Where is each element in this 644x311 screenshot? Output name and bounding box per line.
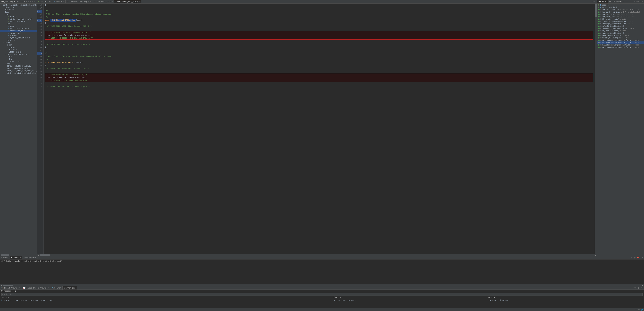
tab-close-hal_tim[interactable]: ✕ bbox=[139, 1, 140, 3]
tree-item-stm32f4xx_it_h[interactable]: h stm32f4xx_it.h bbox=[0, 20, 37, 23]
tree-item-debug[interactable]: ▾ Debug bbox=[0, 63, 37, 65]
tab-msp[interactable]: c stm32f4xx_hal_msp.c ✕ bbox=[66, 0, 92, 3]
tree-item-deb_file[interactable]: tim5_ch1_tim2_ch2_tim3_ch1_ch2_test Deb bbox=[0, 72, 37, 74]
outline-item-11[interactable]: SVC_Handler(void) : void bbox=[597, 30, 644, 32]
tree-item-inc[interactable]: ▾ Inc bbox=[0, 13, 37, 16]
scroll-end-icon[interactable]: ⤵ bbox=[634, 257, 635, 259]
tree-item-root[interactable]: ▾ tim5_ch1_tim2_ch2_tim3_ch1_ch2_test bbox=[0, 4, 37, 6]
tree-item-stm32f4xx_hal[interactable]: ▾ STM32F4xx_HAL_Driver bbox=[0, 53, 37, 56]
settings-icon[interactable]: ⚙ bbox=[638, 1, 639, 3]
tab-close-stdint[interactable]: ✕ bbox=[50, 1, 51, 3]
code-editor[interactable]: 216217218=219220221=22222322422522622722… bbox=[37, 4, 597, 256]
tree-item-hal_src[interactable]: ▸ Src bbox=[0, 58, 37, 60]
close-icon[interactable]: ✕ bbox=[34, 1, 36, 3]
scrollbar-h-thumb[interactable] bbox=[40, 254, 50, 256]
tab-search[interactable]: 🔍 Search bbox=[50, 286, 62, 289]
tree-item-license_txt[interactable]: LICENSE.txt bbox=[0, 51, 37, 53]
import-icon[interactable]: ⬆ bbox=[635, 287, 636, 289]
tab-it_c[interactable]: c stm32f4xx_it.c ✕ bbox=[93, 0, 114, 3]
tab-tasks[interactable]: ☑ Tasks bbox=[0, 256, 10, 259]
outline-item-4[interactable]: hdma_tim3_ch2 : DMA_HandleTypeDef bbox=[597, 13, 644, 16]
console-h-scrollbar[interactable]: ◀ ▶ bbox=[0, 284, 644, 286]
tab-close-main_c[interactable]: ✕ bbox=[63, 1, 64, 3]
tree-item-ram_ld[interactable]: STM32F405VGTX_RAM.ld bbox=[0, 67, 37, 70]
collapse-all-icon[interactable]: ⇊ bbox=[21, 1, 23, 3]
tree-item-stm32f4xx_hal_msp_c[interactable]: c stm32f4xx_hal_msp.c bbox=[0, 27, 37, 30]
new-console-icon[interactable]: ⊞ bbox=[635, 257, 636, 259]
filter2-icon[interactable]: ▽ bbox=[634, 287, 634, 289]
tree-item-src[interactable]: ▾ Src bbox=[0, 23, 37, 25]
scroll-left-icon[interactable]: ◀ bbox=[37, 254, 39, 256]
link-editor-icon[interactable]: ⇄ bbox=[23, 1, 25, 3]
console-scrollbar-thumb[interactable] bbox=[3, 285, 13, 286]
tree-item-device[interactable]: ▸ Device bbox=[0, 46, 37, 49]
outline-item-2[interactable]: hdma_tim2_ch2_ch4 : DMA_HandleTypeDef bbox=[597, 9, 644, 11]
outline-item-5[interactable]: hdma_tim5_ch1 : DMA_HandleTypeDef bbox=[597, 16, 644, 18]
outline-item-13[interactable]: PendSV_Handler(void) : void bbox=[597, 35, 644, 37]
outline-item-12[interactable]: DebugMon_Handler(void) : void bbox=[597, 32, 644, 35]
close2-icon[interactable]: ✕ bbox=[642, 1, 643, 3]
close3-icon[interactable]: ✕ bbox=[642, 257, 643, 259]
dots-icon[interactable]: ⋮ bbox=[27, 1, 30, 3]
outline-item-17[interactable]: DMA1_Stream5_IRQHandler(void) : void bbox=[597, 44, 644, 46]
tree-item-flash_ld[interactable]: STM32F405VGTX_FLASH.ld bbox=[0, 65, 37, 67]
console-scroll-left[interactable]: ◀ bbox=[0, 284, 2, 286]
outline-item-8[interactable]: MemManage_Handler(void) : void bbox=[597, 23, 644, 25]
maximize3-icon[interactable]: □ bbox=[641, 257, 642, 259]
tree-item-include[interactable]: ▸ Include bbox=[0, 49, 37, 51]
outline-item-6[interactable]: NMI_Handler(void) : void bbox=[597, 18, 644, 20]
tab-build-targets[interactable]: Build Targets bbox=[608, 0, 625, 3]
log-row[interactable]: ℹ Indexed 'tim5_ch1_tim2_ch2_tim3_ch1_ch… bbox=[0, 299, 644, 302]
clear-log-icon[interactable]: 🗑 bbox=[638, 287, 639, 289]
tab-close-msp[interactable]: ✕ bbox=[90, 1, 91, 3]
editor-scrollbar[interactable] bbox=[595, 4, 597, 254]
tab-stdint[interactable]: h _stdint.h ✕ bbox=[37, 0, 53, 3]
tree-item-license_md[interactable]: License.md bbox=[0, 60, 37, 63]
tab-hal_tim[interactable]: h stm32f4xx_hal_tim.h ✕ bbox=[114, 0, 141, 3]
outline-item-3[interactable]: hdma_tim3_ch1_trig : DMA_HandleTypeDef bbox=[597, 11, 644, 13]
code-scroll-area[interactable]: 216217218=219220221=22222322422522622722… bbox=[37, 4, 597, 254]
pin-icon[interactable]: 📌 bbox=[636, 257, 639, 259]
outline-item-14[interactable]: SysTick_Handler(void) : void bbox=[597, 37, 644, 39]
maximize2-icon[interactable]: □ bbox=[641, 1, 642, 3]
tree-item-main_c[interactable]: c main.c bbox=[0, 25, 37, 27]
tab-static-stack[interactable]: 📊 Static Stack Analyzer bbox=[21, 286, 50, 289]
outline-item-9[interactable]: BusFault_Handler(void) : void bbox=[597, 25, 644, 27]
outline-item-0[interactable]: h main.h bbox=[597, 4, 644, 6]
tree-item-sysmem_c[interactable]: c sysmem.c bbox=[0, 35, 37, 37]
outline-item-15[interactable]: DMA1_Stream2_IRQHandler(void) : void bbox=[597, 39, 644, 42]
tab-outline[interactable]: Outline bbox=[597, 0, 608, 3]
tree-item-drivers[interactable]: ▾ Drivers bbox=[0, 42, 37, 44]
tree-item-includes[interactable]: ▸ Includes bbox=[0, 9, 37, 11]
close4-icon[interactable]: ✕ bbox=[642, 287, 643, 289]
horizontal-scrollbar[interactable]: ◀ ▶ bbox=[37, 254, 597, 256]
outline-item-1[interactable]: h stm32f4xx_it.h bbox=[597, 6, 644, 9]
maximize4-icon[interactable]: □ bbox=[641, 287, 642, 289]
tree-item-syscalls_c[interactable]: c syscalls.c bbox=[0, 32, 37, 35]
editor-close-icon[interactable]: ✕ bbox=[595, 1, 596, 3]
tree-item-binaries[interactable]: ▸ Binaries bbox=[0, 6, 37, 9]
console-scroll-right[interactable]: ▶ bbox=[642, 284, 644, 286]
scroll-lock-icon[interactable]: ⤓ bbox=[632, 257, 634, 259]
scroll-right-icon[interactable]: ▶ bbox=[595, 254, 597, 256]
tree-item-system_stm32f4xx_c[interactable]: c system_stm32f4xx.c bbox=[0, 37, 37, 39]
tree-item-hal_inc[interactable]: ▸ Inc bbox=[0, 56, 37, 58]
minimize2-icon[interactable]: — bbox=[640, 1, 641, 3]
tab-build-analyzer[interactable]: 🔨 Build Analyzer bbox=[0, 286, 21, 289]
sort-icon[interactable]: ⊞ bbox=[634, 1, 635, 3]
editor-minimize-icon[interactable]: — bbox=[592, 1, 593, 3]
outline-item-7[interactable]: HardFault_Handler(void) : void bbox=[597, 20, 644, 23]
outline-item-18[interactable]: DMA1_Stream6_IRQHandler(void) : void bbox=[597, 46, 644, 49]
tab-close-it_c[interactable]: ✕ bbox=[112, 1, 113, 3]
tree-item-stm32f4xx_hal_conf_h[interactable]: h stm32f4xx_hal_conf.h bbox=[0, 18, 37, 20]
tree-item-stm32f4xx_it_c[interactable]: c stm32f4xx_it.c bbox=[0, 30, 37, 32]
editor-maximize-icon[interactable]: □ bbox=[593, 1, 594, 3]
tree-item-core[interactable]: ▾ Core bbox=[0, 11, 37, 13]
tree-item-ioc[interactable]: tim5_ch1_tim2_ch2_tim3_ch1_ch2_test.ioc bbox=[0, 70, 37, 72]
tree-item-startup[interactable]: ▸ Startup bbox=[0, 39, 37, 42]
maximize-icon[interactable]: □ bbox=[32, 1, 34, 3]
tree-item-main_h[interactable]: h main.h bbox=[0, 16, 37, 18]
outline-item-16[interactable]: DMA1_Stream4_IRQHandler(void) : void bbox=[597, 42, 644, 44]
minimize3-icon[interactable]: — bbox=[639, 257, 640, 259]
filter-text-input[interactable] bbox=[1, 293, 643, 296]
